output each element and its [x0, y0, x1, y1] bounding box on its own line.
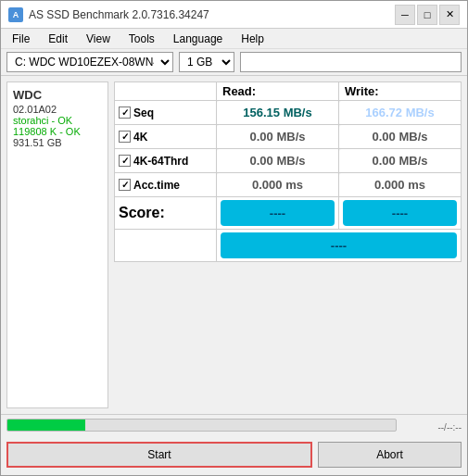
- total-score-cell: ----: [217, 230, 462, 262]
- total-score-label-cell: [115, 230, 217, 262]
- minimize-button[interactable]: ─: [395, 5, 415, 25]
- menu-bar: File Edit View Tools Language Help: [1, 29, 467, 49]
- 4k-read-value: 0.00 MB/s: [217, 125, 339, 149]
- drive-name: WDC: [13, 88, 102, 102]
- drive-cache: 119808 K - OK: [13, 126, 102, 137]
- score-read-display: ----: [221, 200, 335, 226]
- table-row: ✓ 4K 0.00 MB/s 0.00 MB/s: [115, 125, 462, 149]
- drive-select[interactable]: C: WDC WD10EZEX-08WN4A0: [6, 52, 173, 72]
- score-row: Score: ---- ----: [115, 197, 462, 230]
- progress-bar-outer: [6, 419, 397, 432]
- seq-checkbox[interactable]: ✓: [119, 106, 131, 119]
- title-bar-left: A AS SSD Benchmark 2.0.7316.34247: [8, 7, 209, 22]
- benchmark-table: Read: Write: ✓ Seq 156.15 MB/s: [114, 81, 462, 262]
- driver-status: storahci - OK: [13, 115, 72, 126]
- progress-container: [6, 419, 397, 435]
- col-label-header: [115, 82, 217, 101]
- score-read-cell: ----: [217, 197, 339, 230]
- total-score-row: ----: [115, 230, 462, 262]
- table-row: ✓ 4K-64Thrd 0.00 MB/s 0.00 MB/s: [115, 149, 462, 173]
- row-label-seq: ✓ Seq: [115, 101, 217, 125]
- menu-tools[interactable]: Tools: [121, 31, 162, 47]
- toolbar-input[interactable]: [240, 52, 462, 72]
- seq-write-value: 166.72 MB/s: [339, 101, 462, 125]
- 4k-write-value: 0.00 MB/s: [339, 125, 462, 149]
- size-select[interactable]: 1 GB: [179, 52, 234, 72]
- drive-driver: storahci - OK: [13, 115, 102, 126]
- acctime-checkbox[interactable]: ✓: [119, 179, 131, 191]
- 4k64-write-value: 0.00 MB/s: [339, 149, 462, 173]
- total-score-display: ----: [221, 232, 457, 258]
- row-label-acctime: ✓ Acc.time: [115, 173, 217, 197]
- menu-language[interactable]: Language: [166, 31, 230, 47]
- toolbar: C: WDC WD10EZEX-08WN4A0 1 GB: [1, 49, 467, 76]
- abort-button[interactable]: Abort: [318, 442, 462, 468]
- title-bar: A AS SSD Benchmark 2.0.7316.34247 ─ □ ✕: [1, 1, 467, 29]
- main-content: WDC 02.01A02 storahci - OK 119808 K - OK…: [1, 76, 467, 414]
- drive-size: 931.51 GB: [13, 137, 102, 148]
- score-write-cell: ----: [339, 197, 462, 230]
- maximize-button[interactable]: □: [417, 5, 437, 25]
- cache-status: 119808 K - OK: [13, 126, 81, 137]
- progress-bar-inner: [7, 420, 85, 431]
- row-label-4k64: ✓ 4K-64Thrd: [115, 149, 217, 173]
- drive-firmware: 02.01A02: [13, 104, 102, 115]
- benchmark-panel: Read: Write: ✓ Seq 156.15 MB/s: [114, 81, 462, 408]
- start-button[interactable]: Start: [6, 442, 312, 468]
- time-display: --/--:--: [397, 422, 462, 432]
- main-window: A AS SSD Benchmark 2.0.7316.34247 ─ □ ✕ …: [0, 0, 468, 476]
- table-row: ✓ Acc.time 0.000 ms 0.000 ms: [115, 173, 462, 197]
- acctime-write-value: 0.000 ms: [339, 173, 462, 197]
- score-write-display: ----: [343, 200, 457, 226]
- menu-file[interactable]: File: [5, 31, 37, 47]
- table-row: ✓ Seq 156.15 MB/s 166.72 MB/s: [115, 101, 462, 125]
- button-row: Start Abort: [6, 438, 462, 471]
- title-controls: ─ □ ✕: [395, 5, 460, 25]
- menu-help[interactable]: Help: [234, 31, 272, 47]
- col-read-header: Read:: [217, 82, 339, 101]
- menu-view[interactable]: View: [79, 31, 118, 47]
- 4k64-read-value: 0.00 MB/s: [217, 149, 339, 173]
- bottom-area: --/--:-- Start Abort: [1, 414, 467, 475]
- seq-read-value: 156.15 MB/s: [217, 101, 339, 125]
- 4k-checkbox[interactable]: ✓: [119, 131, 131, 143]
- col-write-header: Write:: [339, 82, 462, 101]
- score-label: Score:: [119, 205, 165, 220]
- window-title: AS SSD Benchmark 2.0.7316.34247: [29, 8, 209, 21]
- app-icon: A: [8, 7, 23, 22]
- 4k64-checkbox[interactable]: ✓: [119, 155, 131, 167]
- score-label-cell: Score:: [115, 197, 217, 230]
- drive-info-panel: WDC 02.01A02 storahci - OK 119808 K - OK…: [6, 81, 108, 408]
- close-button[interactable]: ✕: [439, 5, 460, 25]
- acctime-read-value: 0.000 ms: [217, 173, 339, 197]
- menu-edit[interactable]: Edit: [41, 31, 75, 47]
- row-label-4k: ✓ 4K: [115, 125, 217, 149]
